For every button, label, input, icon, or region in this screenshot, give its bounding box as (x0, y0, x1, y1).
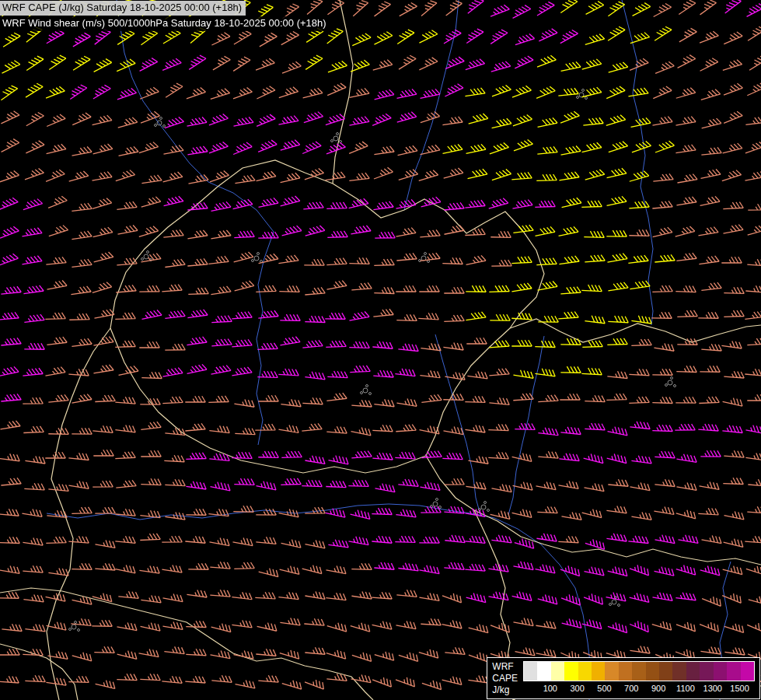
cape-title: WRF CAPE (J/kg) Saturday 18-10-2025 00:0… (0, 1, 246, 16)
legend-swatch (700, 662, 713, 681)
legend-swatch (741, 662, 754, 681)
cape-legend: WRF CAPE J/kg 10030050070090011001300150… (487, 657, 760, 699)
legend-tick: 700 (624, 683, 638, 694)
legend-tick: 900 (651, 683, 665, 694)
map-header: WRF CAPE (J/kg) Saturday 18-10-2025 00:0… (0, 0, 330, 31)
legend-tick: 300 (570, 683, 584, 694)
legend-labels: WRF CAPE J/kg (492, 661, 518, 696)
legend-swatch (605, 662, 618, 681)
legend-swatch (524, 662, 537, 681)
legend-swatch (632, 662, 645, 681)
legend-swatch (659, 662, 672, 681)
legend-unit-label: J/kg (492, 684, 518, 696)
legend-swatch (551, 662, 564, 681)
legend-tick: 1100 (676, 683, 695, 694)
legend-swatch (578, 662, 592, 681)
legend-scale: 100300500700900110013001500 (523, 661, 755, 695)
legend-tick: 1300 (703, 683, 722, 694)
legend-tick: 100 (543, 683, 557, 694)
legend-swatch (646, 662, 659, 681)
wind-shear-title: WRF Wind shear (m/s) 500/1000hPa Saturda… (0, 16, 330, 31)
legend-tick-labels: 100300500700900110013001500 (523, 683, 753, 695)
legend-tick: 1500 (730, 683, 749, 694)
legend-swatch (672, 662, 686, 681)
legend-swatch (537, 662, 550, 681)
legend-swatch (564, 662, 578, 681)
legend-model-label: WRF (492, 661, 518, 673)
legend-parameter-label: CAPE (492, 673, 518, 684)
legend-swatch (592, 662, 605, 681)
legend-swatch (714, 662, 727, 681)
legend-swatch (619, 662, 632, 681)
wind-barb-map-canvas (0, 0, 761, 700)
legend-swatch (727, 662, 740, 681)
legend-swatch (686, 662, 700, 681)
legend-tick: 500 (597, 683, 611, 694)
legend-color-scale (523, 661, 755, 681)
weather-map: WRF CAPE (J/kg) Saturday 18-10-2025 00:0… (0, 0, 761, 700)
